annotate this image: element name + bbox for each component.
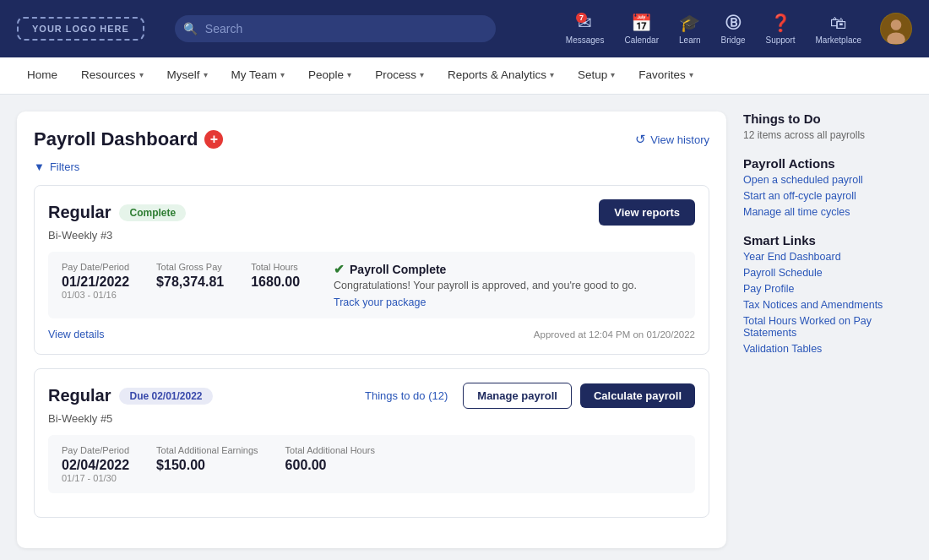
pay-date-value-2: 02/04/2022	[62, 458, 129, 473]
payroll-2-subtitle: Bi-Weekly #5	[48, 412, 695, 425]
add-earnings-value: $150.00	[156, 458, 258, 473]
sidebar-validation-tables[interactable]: Validation Tables	[743, 343, 912, 355]
sidebar-off-cycle[interactable]: Start an off-cycle payroll	[743, 190, 912, 202]
sidebar-open-scheduled[interactable]: Open a scheduled payroll	[743, 174, 912, 186]
add-hours-value: 600.00	[285, 458, 375, 473]
track-package-link[interactable]: Track your package	[334, 296, 426, 308]
gross-pay-value: $78,374.81	[156, 275, 224, 290]
payroll-2-actions: Things to do (12) Manage payroll Calcula…	[365, 383, 695, 409]
manage-payroll-button[interactable]: Manage payroll	[463, 383, 572, 409]
payroll-2-add-hours-col: Total Additional Hours 600.00	[285, 445, 375, 473]
secnav-setup[interactable]: Setup ▾	[568, 57, 625, 95]
avatar[interactable]	[880, 13, 912, 45]
company-logo: YOUR LOGO HERE	[17, 17, 144, 41]
payroll-1-title-row: Regular Complete	[48, 203, 186, 222]
payroll-1-badge: Complete	[119, 204, 186, 221]
payroll-1-data-row: Pay Date/Period 01/21/2022 01/03 - 01/16…	[48, 252, 695, 318]
search-input[interactable]	[175, 15, 496, 42]
nav-bridge-label: Bridge	[721, 35, 746, 45]
payroll-dashboard-card: Payroll Dashboard + ↺ View history ▼ Fil…	[17, 111, 726, 548]
payroll-1-complete-msg: ✔ Payroll Complete Congratulations! Your…	[327, 262, 682, 308]
sidebar-pay-profile[interactable]: Pay Profile	[743, 283, 912, 295]
add-payroll-button[interactable]: +	[204, 130, 223, 149]
setup-caret: ▾	[611, 70, 615, 79]
nav-learn-label: Learn	[679, 35, 701, 45]
sidebar-tax-notices[interactable]: Tax Notices and Amendments	[743, 299, 912, 311]
hours-value: 1680.00	[251, 275, 300, 290]
payroll-1-hours-col: Total Hours 1680.00	[251, 262, 300, 290]
secnav-process[interactable]: Process ▾	[365, 57, 434, 95]
view-history-button[interactable]: ↺ View history	[635, 132, 709, 147]
payroll-item-2: Regular Due 02/01/2022 Things to do (12)…	[34, 368, 709, 518]
top-navigation: YOUR LOGO HERE 🔍 ✉ 7 Messages 📅 Calendar…	[0, 0, 929, 57]
nav-calendar[interactable]: 📅 Calendar	[616, 9, 667, 48]
search-bar[interactable]: 🔍	[175, 15, 496, 42]
payroll-1-pay-date-col: Pay Date/Period 01/21/2022 01/03 - 01/16	[62, 262, 129, 300]
secnav-home[interactable]: Home	[17, 57, 68, 95]
complete-title: ✔ Payroll Complete	[334, 262, 675, 277]
history-icon: ↺	[635, 132, 646, 147]
things-to-do-title: Things to Do	[743, 111, 912, 126]
secnav-myself[interactable]: Myself ▾	[157, 57, 218, 95]
nav-learn[interactable]: 🎓 Learn	[671, 9, 709, 48]
filters-bar[interactable]: ▼ Filters	[34, 160, 709, 173]
gross-pay-label: Total Gross Pay	[156, 262, 224, 272]
marketplace-icon: 🛍	[830, 14, 847, 33]
payroll-1-subtitle: Bi-Weekly #3	[48, 229, 695, 242]
calculate-payroll-button[interactable]: Calculate payroll	[580, 383, 695, 408]
smart-links-title: Smart Links	[743, 233, 912, 247]
secnav-myteam[interactable]: My Team ▾	[221, 57, 296, 95]
filters-label: Filters	[50, 160, 79, 173]
pay-date-value: 01/21/2022	[62, 275, 129, 290]
pay-date-label-2: Pay Date/Period	[62, 445, 129, 455]
checkmark-icon: ✔	[334, 262, 345, 277]
payroll-2-data-row: Pay Date/Period 02/04/2022 01/17 - 01/30…	[48, 435, 695, 493]
nav-messages[interactable]: ✉ 7 Messages	[557, 9, 613, 48]
dashboard-title-group: Payroll Dashboard +	[34, 128, 223, 150]
secnav-resources[interactable]: Resources ▾	[71, 57, 154, 95]
add-earnings-label: Total Additional Earnings	[156, 445, 258, 455]
bridge-icon: Ⓑ	[725, 13, 741, 33]
sidebar-year-end[interactable]: Year End Dashboard	[743, 251, 912, 263]
add-hours-label: Total Additional Hours	[285, 445, 375, 455]
payroll-2-badge: Due 02/01/2022	[119, 388, 212, 405]
myteam-caret: ▾	[280, 70, 285, 79]
payroll-1-gross-col: Total Gross Pay $78,374.81	[156, 262, 224, 290]
search-icon: 🔍	[183, 22, 198, 35]
view-details-link[interactable]: View details	[48, 329, 104, 340]
payroll-actions-section: Payroll Actions Open a scheduled payroll…	[743, 156, 912, 218]
nav-bridge[interactable]: Ⓑ Bridge	[713, 9, 754, 48]
pay-period-value: 01/03 - 01/16	[62, 290, 129, 300]
learn-icon: 🎓	[679, 13, 700, 33]
sidebar-manage-cycles[interactable]: Manage all time cycles	[743, 206, 912, 218]
hours-label: Total Hours	[251, 262, 300, 272]
secnav-people[interactable]: People ▾	[298, 57, 361, 95]
secnav-reports[interactable]: Reports & Analytics ▾	[437, 57, 564, 95]
secondary-navigation: Home Resources ▾ Myself ▾ My Team ▾ Peop…	[0, 57, 929, 95]
process-caret: ▾	[420, 70, 424, 79]
payroll-1-header: Regular Complete View reports	[48, 199, 695, 226]
myself-caret: ▾	[204, 70, 208, 79]
nav-marketplace[interactable]: 🛍 Marketplace	[807, 10, 870, 48]
smart-links-section: Smart Links Year End Dashboard Payroll S…	[743, 233, 912, 355]
dashboard-title-text: Payroll Dashboard	[34, 128, 198, 150]
approved-text: Approved at 12:04 PM on 01/20/2022	[534, 329, 695, 340]
dashboard-header: Payroll Dashboard + ↺ View history	[34, 128, 709, 150]
view-reports-button[interactable]: View reports	[599, 199, 695, 226]
secnav-favorites[interactable]: Favorites ▾	[628, 57, 704, 95]
things-todo-link[interactable]: Things to do (12)	[365, 389, 448, 402]
sidebar-total-hours[interactable]: Total Hours Worked on Pay Statements	[743, 315, 912, 339]
svg-point-1	[891, 19, 902, 30]
payroll-2-header: Regular Due 02/01/2022 Things to do (12)…	[48, 383, 695, 409]
people-caret: ▾	[347, 70, 351, 79]
filter-icon: ▼	[34, 160, 45, 173]
sidebar-payroll-schedule[interactable]: Payroll Schedule	[743, 267, 912, 279]
calendar-icon: 📅	[631, 13, 652, 33]
nav-messages-label: Messages	[566, 35, 605, 45]
nav-support[interactable]: ❓ Support	[758, 9, 804, 48]
nav-calendar-label: Calendar	[624, 35, 659, 45]
payroll-2-pay-date-col: Pay Date/Period 02/04/2022 01/17 - 01/30	[62, 445, 129, 483]
things-to-do-subtitle: 12 items across all payrolls	[743, 129, 912, 141]
pay-date-label: Pay Date/Period	[62, 262, 129, 272]
payroll-2-earnings-col: Total Additional Earnings $150.00	[156, 445, 258, 473]
